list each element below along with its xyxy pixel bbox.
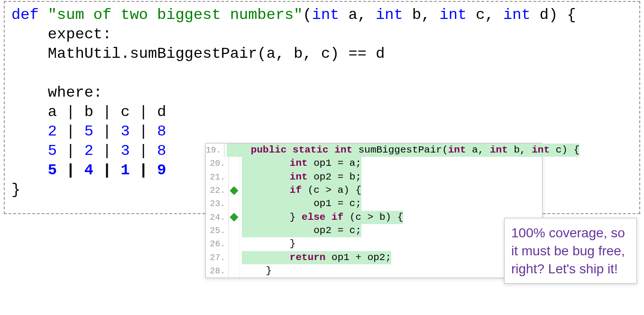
code-line-22: 22. if (c > a) { (206, 184, 542, 197)
where-label: where: (11, 84, 102, 101)
ide-coverage-view: 19. public static int sumBiggestPair(int… (205, 143, 543, 278)
code-line-21: 21. int op2 = b; (206, 171, 542, 184)
line-number: 22. (206, 184, 229, 197)
line-number: 23. (206, 197, 229, 210)
code-line-26: 26. } (206, 237, 542, 251)
code-line-28: 28. } (206, 264, 542, 278)
coverage-diamond-icon (229, 184, 240, 197)
line-number: 25. (206, 224, 229, 237)
code-line-25: 25. op2 = c; (206, 224, 542, 237)
line-number: 28. (206, 264, 229, 278)
code-line-27: 27. return op1 + op2; (206, 251, 542, 264)
code-line-24: 24. } else if (c > b) { (206, 211, 542, 224)
code-line-19: 19. public static int sumBiggestPair(int… (206, 144, 542, 157)
assertion-line: MathUtil.sumBiggestPair(a, b, c) == d (11, 45, 385, 63)
keyword-def: def (11, 6, 39, 24)
code-line-20: 20. int op1 = a; (206, 157, 542, 170)
coverage-diamond-icon (229, 211, 240, 224)
line-number: 24. (206, 211, 229, 224)
test-method-name: "sum of two biggest numbers" (48, 6, 303, 24)
table-header: a | b | c | d (11, 103, 166, 121)
line-number: 21. (206, 171, 229, 184)
line-number: 20. (206, 157, 229, 170)
callout-comment: 100% coverage, so it must be bug free, r… (504, 218, 637, 284)
line-number: 19. (206, 144, 224, 157)
code-line-23: 23. op1 = c; (206, 197, 542, 210)
expect-label: expect: (11, 26, 111, 43)
line-number: 27. (206, 251, 229, 264)
line-number: 26. (206, 237, 229, 251)
